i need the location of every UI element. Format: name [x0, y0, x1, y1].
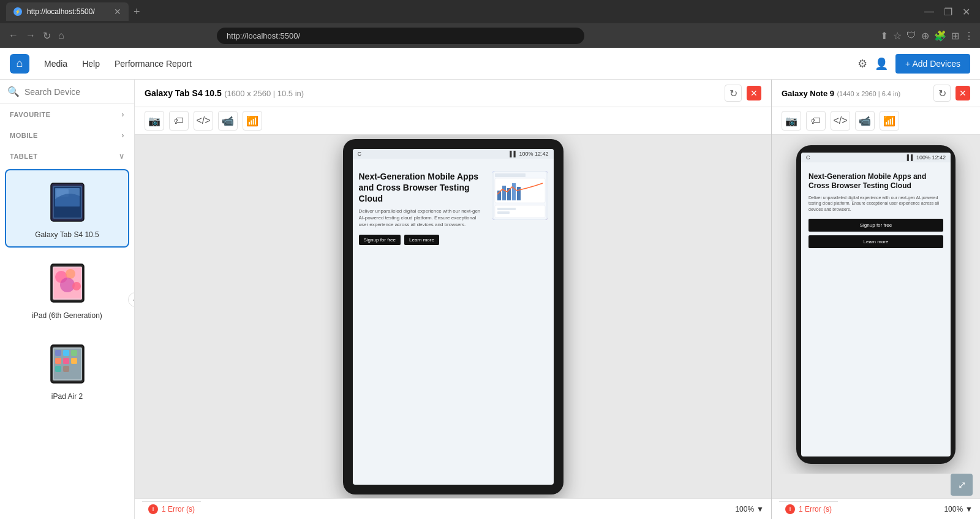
- secondary-emulator-header: Galaxy Note 9 (1440 x 2960 | 6.4 in) ↻ ✕: [772, 80, 980, 107]
- browser-tab[interactable]: ⚡ http://localhost:5500/ ✕: [6, 2, 129, 21]
- puzzle-icon[interactable]: 🧩: [934, 30, 946, 42]
- user-icon[interactable]: 👤: [875, 57, 888, 70]
- primary-camera-btn[interactable]: 📷: [145, 111, 164, 131]
- primary-learn-btn[interactable]: Learn more: [404, 235, 439, 245]
- primary-rotate-icon[interactable]: ↻: [725, 85, 742, 102]
- primary-device-viewport: C ▌▌ 100% 12:42 Next-Generation Mobile A…: [135, 135, 771, 498]
- secondary-zoom-control[interactable]: 100% ▼: [944, 505, 973, 513]
- bookmark-icon[interactable]: ☆: [893, 30, 902, 42]
- primary-device-dimensions: (1600 x 2560 | 10.5 in): [224, 89, 304, 98]
- secondary-rotate-icon[interactable]: ↻: [933, 85, 951, 102]
- primary-wifi-btn[interactable]: 📶: [243, 111, 262, 131]
- primary-zoom-control[interactable]: 100% ▼: [735, 505, 764, 513]
- nav-performance-report[interactable]: Performance Report: [115, 59, 192, 69]
- add-devices-button[interactable]: + Add Devices: [895, 54, 970, 74]
- favourite-chevron: ›: [122, 110, 125, 119]
- nav-media[interactable]: Media: [44, 59, 67, 69]
- more-icon[interactable]: ⋮: [964, 30, 974, 42]
- secondary-camera-btn[interactable]: 📷: [782, 111, 801, 131]
- secondary-signup-btn[interactable]: Signup for free: [809, 219, 943, 232]
- primary-hero-heading: Next-Generation Mobile Apps and Cross Br…: [359, 171, 486, 205]
- primary-video-btn[interactable]: 📹: [218, 111, 238, 131]
- device-item-ipad-6th[interactable]: iPad (6th Generation): [5, 250, 129, 328]
- forward-btn[interactable]: →: [23, 28, 38, 44]
- extension1-icon[interactable]: 🛡: [907, 30, 916, 42]
- close-window-btn[interactable]: ✕: [959, 5, 974, 19]
- search-device-input[interactable]: [24, 87, 127, 97]
- minimize-btn[interactable]: —: [921, 5, 938, 19]
- secondary-toolbar: 📷 🏷 </> 📹 📶: [772, 107, 980, 135]
- tablet-section-header[interactable]: TABLET ∨: [0, 146, 134, 167]
- svg-rect-18: [55, 358, 61, 364]
- primary-error-badge: ! 1 Error (s): [142, 501, 201, 517]
- restore-button[interactable]: ⤢: [951, 474, 973, 496]
- primary-status-signal: ▌▌ 100% 12:42: [510, 151, 548, 157]
- primary-zoom-value: 100%: [735, 505, 754, 513]
- svg-rect-20: [71, 358, 77, 364]
- tab-title: http://localhost:5500/: [27, 7, 95, 16]
- svg-point-9: [66, 269, 75, 279]
- secondary-emulator-controls: ↻ ✕: [933, 85, 970, 102]
- svg-rect-35: [497, 211, 510, 214]
- device-thumbnail-ipad-6th: [43, 259, 92, 308]
- search-device-container: 🔍: [0, 80, 134, 104]
- primary-hero-buttons: Signup for free Learn more: [359, 235, 486, 245]
- device-name-ipad-6th: iPad (6th Generation): [32, 311, 102, 320]
- secondary-wifi-btn[interactable]: 📶: [880, 111, 899, 131]
- svg-rect-26: [495, 173, 526, 177]
- secondary-error-label: 1 Error (s): [799, 505, 832, 513]
- nav-buttons: ← → ↻ ⌂: [6, 28, 67, 44]
- secondary-error-badge: ! 1 Error (s): [779, 501, 838, 517]
- primary-close-button[interactable]: ✕: [747, 86, 761, 100]
- secondary-statusbar: C ▌▌ 100% 12:42: [801, 153, 951, 162]
- device-item-ipad-air-2[interactable]: iPad Air 2: [5, 331, 129, 409]
- secondary-close-button[interactable]: ✕: [956, 86, 970, 100]
- secondary-emulator-panel: Galaxy Note 9 (1440 x 2960 | 6.4 in) ↻ ✕…: [772, 80, 980, 519]
- settings-icon[interactable]: ⚙: [858, 57, 867, 70]
- secondary-video-btn[interactable]: 📹: [855, 111, 875, 131]
- primary-status-footer: ! 1 Error (s) 100% ▼: [135, 498, 771, 519]
- share-icon[interactable]: ⬆: [880, 30, 888, 42]
- primary-signup-btn[interactable]: Signup for free: [359, 235, 401, 245]
- browser-window-controls: — ❐ ✕: [921, 5, 974, 19]
- primary-emulator-panel: Galaxy Tab S4 10.5 (1600 x 2560 | 10.5 i…: [135, 80, 772, 519]
- tab-close-btn[interactable]: ✕: [114, 7, 121, 17]
- home-btn[interactable]: ⌂: [56, 28, 67, 44]
- mobile-section-header[interactable]: MOBILE ›: [0, 125, 134, 146]
- nav-help[interactable]: Help: [82, 59, 100, 69]
- primary-hero-image: [492, 171, 548, 220]
- primary-statusbar: C ▌▌ 100% 12:42: [353, 149, 554, 159]
- url-bar[interactable]: http://localhost:5500/: [217, 28, 584, 44]
- back-btn[interactable]: ←: [6, 28, 21, 44]
- primary-zoom-chevron: ▼: [756, 505, 764, 513]
- app-header: ⌂ Media Help Performance Report ⚙ 👤 + Ad…: [0, 48, 980, 80]
- primary-screen-hero: Next-Generation Mobile Apps and Cross Br…: [353, 159, 554, 257]
- secondary-screen-content: Next-Generation Mobile Apps and Cross Br…: [801, 162, 951, 259]
- secondary-learn-btn[interactable]: Learn more: [809, 235, 943, 248]
- mobile-section: MOBILE ›: [0, 125, 134, 146]
- secondary-tag-btn[interactable]: 🏷: [806, 111, 826, 131]
- maximize-btn[interactable]: ❐: [940, 5, 956, 19]
- secondary-code-btn[interactable]: </>: [831, 111, 850, 131]
- svg-rect-16: [63, 350, 69, 356]
- primary-emulator-header: Galaxy Tab S4 10.5 (1600 x 2560 | 10.5 i…: [135, 80, 771, 107]
- primary-tag-btn[interactable]: 🏷: [169, 111, 189, 131]
- split-view-icon[interactable]: ⊞: [951, 30, 959, 42]
- svg-rect-29: [502, 186, 506, 200]
- secondary-error-dot: !: [785, 504, 795, 514]
- secondary-phone-screen: C ▌▌ 100% 12:42 Next-Generation Mobile A…: [801, 153, 951, 456]
- tablet-label: TABLET: [10, 153, 38, 160]
- secondary-hero-text: Next-Generation Mobile Apps and Cross Br…: [809, 172, 943, 249]
- favourite-section: FAVOURITE ›: [0, 104, 134, 125]
- search-icon: 🔍: [7, 86, 20, 97]
- device-item-galaxy-tab-s4[interactable]: Galaxy Tab S4 10.5: [5, 169, 129, 248]
- refresh-btn[interactable]: ↻: [40, 28, 53, 44]
- extension2-icon[interactable]: ⊕: [921, 30, 929, 42]
- favourite-section-header[interactable]: FAVOURITE ›: [0, 104, 134, 125]
- secondary-status-right: ▌▌ 100% 12:42: [907, 154, 946, 161]
- primary-code-btn[interactable]: </>: [194, 111, 213, 131]
- new-tab-btn[interactable]: +: [134, 6, 140, 18]
- svg-rect-17: [71, 350, 77, 356]
- device-thumbnail-ipad-air-2: [43, 339, 92, 388]
- browser-chrome: ⚡ http://localhost:5500/ ✕ + — ❐ ✕: [0, 0, 980, 23]
